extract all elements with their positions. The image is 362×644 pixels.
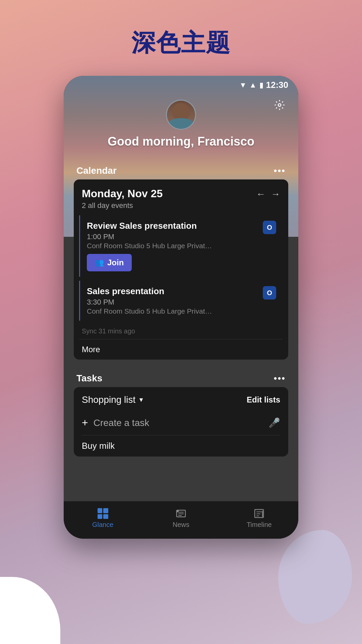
news-label: News <box>173 521 189 529</box>
calendar-nav: ← → <box>256 187 280 200</box>
edit-lists-button[interactable]: Edit lists <box>247 395 280 405</box>
task-item-buy-milk[interactable]: Buy milk <box>74 435 288 457</box>
calendar-date: Monday, Nov 25 <box>82 187 163 200</box>
event-location-2: Conf Room Studio 5 Hub Large Privat… <box>87 307 259 315</box>
avatar-image <box>167 100 195 130</box>
svg-point-0 <box>278 104 281 106</box>
status-icons: ▼ ▲ ▮ 12:30 <box>239 80 288 90</box>
event-title-2: Sales presentation <box>87 286 259 297</box>
decoration-blob-left <box>0 577 60 644</box>
wifi-icon: ▼ <box>239 81 247 90</box>
join-button[interactable]: 👥 Join <box>87 254 132 271</box>
outlook-icon-1: O <box>263 221 276 234</box>
tasks-section-header: Tasks ••• <box>74 366 288 387</box>
calendar-more-link[interactable]: More <box>74 339 288 360</box>
page-title: 深色主题 <box>131 27 231 59</box>
calendar-date-header: Monday, Nov 25 2 all day events ← → <box>74 179 288 215</box>
tasks-title: Tasks <box>76 373 102 384</box>
next-day-button[interactable]: → <box>271 189 280 200</box>
avatar[interactable] <box>166 100 196 130</box>
decoration-blob-right <box>278 530 352 624</box>
tasks-more-button[interactable]: ••• <box>274 373 286 384</box>
bottom-navigation: Glance News <box>64 501 298 539</box>
calendar-card: Monday, Nov 25 2 all day events ← → Revi… <box>74 179 288 360</box>
tab-news[interactable]: News <box>142 505 220 532</box>
event-content-2: Sales presentation 3:30 PM Conf Room Stu… <box>87 286 259 315</box>
microphone-icon[interactable]: 🎤 <box>268 417 280 428</box>
event-time-2: 3:30 PM <box>87 298 259 307</box>
date-info: Monday, Nov 25 2 all day events <box>82 187 163 210</box>
create-task-area[interactable]: + Create a task 🎤 <box>74 411 288 435</box>
event-location-1: Conf Room Studio 5 Hub Large Privat… <box>87 242 259 250</box>
svg-rect-5 <box>177 510 179 512</box>
calendar-section-header: Calendar ••• <box>74 159 288 179</box>
plus-icon: + <box>82 417 88 429</box>
join-label: Join <box>107 258 124 267</box>
signal-icon: ▲ <box>249 81 257 90</box>
glance-label: Glance <box>92 521 113 529</box>
calendar-title: Calendar <box>76 165 117 176</box>
list-dropdown-arrow: ▼ <box>138 396 144 404</box>
event-item-1[interactable]: Review Sales presentation 1:00 PM Conf R… <box>79 215 283 277</box>
tab-glance[interactable]: Glance <box>64 505 142 532</box>
settings-button[interactable] <box>274 100 285 113</box>
event-item-2[interactable]: Sales presentation 3:30 PM Conf Room Stu… <box>79 281 283 321</box>
app-header: Good morning, Francisco <box>64 93 298 159</box>
tab-timeline[interactable]: Timeline <box>220 505 298 532</box>
all-day-events: 2 all day events <box>82 201 163 210</box>
avatar-body <box>168 118 194 130</box>
create-task-input[interactable]: Create a task <box>94 418 263 428</box>
timeline-label: Timeline <box>247 521 272 529</box>
tasks-top: Shopping list ▼ Edit lists <box>74 387 288 411</box>
outlook-icon-2: O <box>263 286 276 300</box>
event-time-1: 1:00 PM <box>87 232 259 241</box>
event-title-1: Review Sales presentation <box>87 221 259 231</box>
list-selector[interactable]: Shopping list ▼ <box>82 394 144 405</box>
prev-day-button[interactable]: ← <box>256 189 265 200</box>
glance-icon <box>98 508 108 519</box>
phone-frame: ▼ ▲ ▮ 12:30 Good morning, <box>64 76 298 539</box>
status-bar: ▼ ▲ ▮ 12:30 <box>64 76 298 93</box>
timeline-icon <box>254 508 264 519</box>
battery-icon: ▮ <box>259 81 263 90</box>
teams-icon: 👥 <box>95 258 104 267</box>
news-icon <box>176 508 186 519</box>
event-content-1: Review Sales presentation 1:00 PM Conf R… <box>87 221 259 271</box>
calendar-more-button[interactable]: ••• <box>274 165 286 176</box>
status-time: 12:30 <box>266 80 289 90</box>
greeting-text: Good morning, Francisco <box>108 135 254 149</box>
list-name: Shopping list <box>82 394 135 405</box>
sync-status: Sync 31 mins ago <box>74 325 288 339</box>
scroll-area[interactable]: Calendar ••• Monday, Nov 25 2 all day ev… <box>64 159 298 501</box>
tasks-card: Shopping list ▼ Edit lists + Create a ta… <box>74 387 288 457</box>
